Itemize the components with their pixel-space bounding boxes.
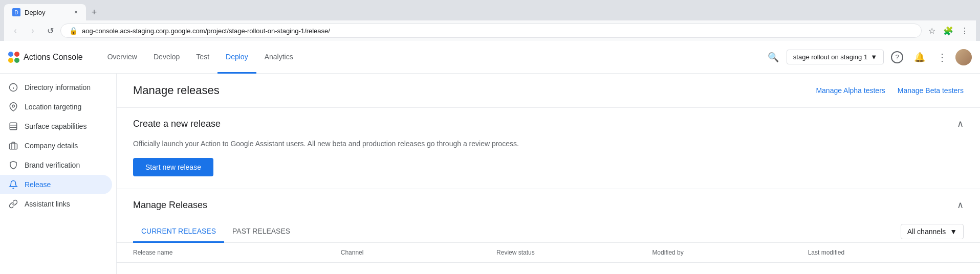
create-release-title: Create a new release <box>133 119 221 129</box>
notification-button[interactable]: 🔔 <box>910 48 929 66</box>
sidebar-label-location-targeting: Location targeting <box>25 103 81 111</box>
sidebar-label-surface-capabilities: Surface capabilities <box>25 122 86 130</box>
sidebar-label-release: Release <box>25 180 51 189</box>
help-icon: ? <box>891 51 903 63</box>
search-button[interactable]: 🔍 <box>764 48 782 66</box>
url-text: aog-console.acs-staging.corp.google.com/… <box>82 27 330 35</box>
create-release-section-header[interactable]: Create a new release ∧ <box>117 108 980 140</box>
dot-green <box>14 58 19 63</box>
app-title: Actions Console <box>24 53 83 62</box>
more-icon: ⋮ <box>937 51 947 63</box>
manage-releases-chevron-icon: ∧ <box>957 199 964 211</box>
top-nav-links: Overview Develop Test Deploy Analytics <box>99 41 764 73</box>
dot-red <box>14 52 19 57</box>
create-release-content: Officially launch your Action to Google … <box>117 140 980 189</box>
tab-favicon: D <box>12 8 20 16</box>
table-col-last-modified: Last modified <box>808 249 964 256</box>
notification-icon: 🔔 <box>914 52 925 63</box>
tab-current-releases[interactable]: CURRENT RELEASES <box>133 221 224 243</box>
nav-link-analytics[interactable]: Analytics <box>256 41 301 74</box>
dot-blue <box>8 52 13 57</box>
nav-link-test[interactable]: Test <box>188 41 217 74</box>
address-bar[interactable]: 🔒 aog-console.acs-staging.corp.google.co… <box>60 24 922 38</box>
sidebar: Directory information Location targeting… <box>0 74 117 274</box>
bell-icon <box>8 180 18 189</box>
manage-releases-section: Manage Releases ∧ CURRENT RELEASES PAST … <box>117 189 980 263</box>
manage-alpha-testers-link[interactable]: Manage Alpha testers <box>816 86 885 95</box>
page-header: Manage releases Manage Alpha testers Man… <box>117 74 980 108</box>
shield-icon <box>8 161 18 170</box>
star-button[interactable]: ☆ <box>925 24 939 38</box>
create-section-chevron-icon: ∧ <box>957 118 964 129</box>
nav-link-deploy[interactable]: Deploy <box>217 41 256 74</box>
main-layout: Directory information Location targeting… <box>0 74 980 274</box>
company-icon <box>8 141 18 150</box>
more-menu-button[interactable]: ⋮ <box>933 48 951 66</box>
page-title: Manage releases <box>133 84 220 97</box>
table-col-channel: Channel <box>341 249 496 256</box>
tabs-left: CURRENT RELEASES PAST RELEASES <box>133 221 298 242</box>
new-tab-button[interactable]: + <box>86 4 102 20</box>
avatar-image <box>955 49 972 65</box>
avatar[interactable] <box>955 49 972 65</box>
project-name: stage rollout on staging 1 <box>793 53 867 61</box>
google-dots <box>8 52 19 63</box>
surface-icon <box>8 122 18 131</box>
extensions-button[interactable]: 🧩 <box>941 24 955 38</box>
app-logo[interactable]: Actions Console <box>8 52 83 63</box>
create-release-section: Create a new release ∧ Officially launch… <box>117 108 980 189</box>
content-area: Manage releases Manage Alpha testers Man… <box>117 74 980 274</box>
link-icon <box>8 199 18 209</box>
sidebar-item-directory-information[interactable]: Directory information <box>0 78 112 97</box>
help-button[interactable]: ? <box>888 48 906 66</box>
table-header: Release name Channel Review status Modif… <box>117 243 980 263</box>
create-release-description: Officially launch your Action to Google … <box>133 140 964 148</box>
table-col-release-name: Release name <box>133 249 341 256</box>
sidebar-item-release[interactable]: Release <box>0 175 112 194</box>
sidebar-item-surface-capabilities[interactable]: Surface capabilities <box>0 117 112 136</box>
svg-rect-7 <box>10 144 17 149</box>
dot-yellow <box>8 58 13 63</box>
table-col-modified-by: Modified by <box>652 249 808 256</box>
svg-point-3 <box>12 105 15 107</box>
header-actions: Manage Alpha testers Manage Beta testers <box>816 86 964 95</box>
channel-select-label: All channels <box>907 227 946 236</box>
search-icon: 🔍 <box>768 52 779 63</box>
nav-link-develop[interactable]: Develop <box>145 41 188 74</box>
nav-link-overview[interactable]: Overview <box>99 41 145 74</box>
info-circle-icon <box>8 83 18 92</box>
sidebar-label-company-details: Company details <box>25 142 78 150</box>
manage-releases-header[interactable]: Manage Releases ∧ <box>117 189 980 221</box>
svg-rect-4 <box>10 123 17 130</box>
tab-past-releases[interactable]: PAST RELEASES <box>224 221 298 243</box>
table-col-review-status: Review status <box>496 249 652 256</box>
channel-dropdown-icon: ▼ <box>950 227 957 236</box>
top-nav: Actions Console Overview Develop Test De… <box>0 41 980 74</box>
tab-title: Deploy <box>25 9 45 16</box>
start-new-release-button[interactable]: Start new release <box>133 158 213 176</box>
tab-close-button[interactable]: × <box>74 9 78 16</box>
lock-icon: 🔒 <box>69 27 78 35</box>
back-button[interactable]: ‹ <box>8 24 23 38</box>
sidebar-item-location-targeting[interactable]: Location targeting <box>0 97 112 117</box>
active-browser-tab[interactable]: D Deploy × <box>4 4 86 20</box>
tabs-bar: CURRENT RELEASES PAST RELEASES All chann… <box>117 221 980 243</box>
project-selector[interactable]: stage rollout on staging 1 ▼ <box>787 50 884 64</box>
sidebar-item-assistant-links[interactable]: Assistant links <box>0 194 112 214</box>
location-icon <box>8 102 18 111</box>
manage-beta-testers-link[interactable]: Manage Beta testers <box>898 86 964 95</box>
nav-right: 🔍 stage rollout on staging 1 ▼ ? 🔔 ⋮ <box>764 48 972 66</box>
sidebar-label-directory-information: Directory information <box>25 83 91 92</box>
forward-button[interactable]: › <box>26 24 40 38</box>
project-dropdown-icon: ▼ <box>870 53 877 61</box>
browser-menu-button[interactable]: ⋮ <box>957 24 972 38</box>
sidebar-item-company-details[interactable]: Company details <box>0 136 112 155</box>
sidebar-label-assistant-links: Assistant links <box>25 200 70 208</box>
sidebar-item-brand-verification[interactable]: Brand verification <box>0 155 112 175</box>
channel-select[interactable]: All channels ▼ <box>901 224 964 239</box>
sidebar-label-brand-verification: Brand verification <box>25 161 80 169</box>
reload-button[interactable]: ↺ <box>43 24 57 38</box>
manage-releases-title: Manage Releases <box>133 200 207 211</box>
browser-chrome: D Deploy × + ‹ › ↺ 🔒 aog-console.acs-sta… <box>0 0 980 274</box>
